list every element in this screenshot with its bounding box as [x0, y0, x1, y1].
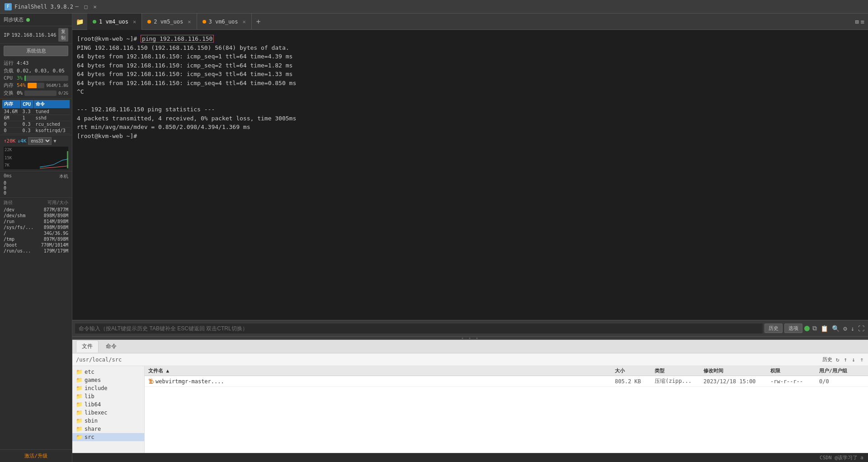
new-tab-button[interactable]: +: [252, 17, 265, 26]
tab-bar: 📁 1 vm4_uos ✕ 2 vm5_uos ✕ 3 vm6_uos ✕ + …: [72, 14, 868, 30]
proc-mem: 34.6M: [2, 109, 21, 115]
terminal-line-3: 64 bytes from 192.168.116.150: icmp_seq=…: [77, 61, 863, 70]
file-size-webvirtmgr: 805.2 KB: [615, 378, 651, 385]
app-icon: F: [5, 3, 12, 10]
sync-label: 同步状态: [4, 16, 24, 23]
network-graph-svg: [4, 147, 68, 169]
file-upload-icon2[interactable]: ⇑: [859, 355, 864, 364]
file-name-label: webvirtmgr-master....: [156, 378, 224, 385]
file-row-webvirtmgr[interactable]: 🗜 webvirtmgr-master.... 805.2 KB 压缩(zipp…: [145, 376, 868, 387]
status-bar: CSDN @该学习了 a: [72, 453, 868, 462]
file-list: 文件名 ▲ 大小 类型 修改时间 权限 用户/用户组 🗜 webvirtmgr-…: [145, 366, 868, 453]
proc-mem: 6M: [2, 115, 21, 121]
ip-label: IP: [4, 32, 9, 38]
terminal-line-blank: [77, 96, 863, 105]
swap-value: 0%: [17, 90, 23, 96]
search-icon[interactable]: 🔍: [831, 324, 840, 333]
load-value: 0.02, 0.03, 0.05: [17, 68, 65, 74]
load-row: 负载 0.02, 0.03, 0.05: [4, 67, 68, 74]
net-download-label: ↓4K: [18, 138, 27, 144]
file-tab-commands[interactable]: 命令: [100, 341, 122, 352]
file-upload-icon[interactable]: ↑: [843, 355, 849, 364]
tree-item-include[interactable]: 📁 include: [72, 384, 144, 392]
folder-src-icon: 📁: [76, 434, 83, 440]
tree-item-games[interactable]: 📁 games: [72, 376, 144, 384]
copy-icon[interactable]: ⧉: [811, 324, 818, 333]
terminal-command: ping 192.168.116.150: [141, 35, 214, 43]
terminal-prompt: [root@kvm-web ~]#: [77, 35, 141, 42]
terminal-line-4: 64 bytes from 192.168.116.150: icmp_seq=…: [77, 70, 863, 79]
tree-item-etc[interactable]: 📁 etc: [72, 368, 144, 376]
proc-cmd: ksoftirqd/3: [34, 128, 70, 134]
file-refresh-icon[interactable]: ↻: [835, 355, 840, 364]
terminal-line-1: PING 192.168.116.150 (192.168.116.150) 5…: [77, 43, 863, 52]
tree-item-libexec[interactable]: 📁 libexec: [72, 409, 144, 417]
copy-ip-button[interactable]: 复制: [58, 28, 68, 42]
disk-row-runus: /run/us...179M/179M: [4, 248, 68, 254]
zip-file-icon: 🗜: [148, 378, 154, 385]
tab-vm5[interactable]: 2 vm5_uos ✕: [142, 14, 197, 30]
upgrade-button[interactable]: 激活/升级: [0, 449, 72, 462]
paste-icon[interactable]: 📋: [820, 324, 829, 333]
tree-label-sbin: sbin: [85, 418, 98, 424]
maximize-button[interactable]: □: [82, 3, 90, 10]
file-download-icon2[interactable]: ↓: [851, 355, 856, 364]
proc-cpu: 0.3: [21, 121, 34, 128]
proc-cpu: 0.3: [21, 128, 34, 134]
minimize-button[interactable]: ─: [73, 3, 80, 10]
proc-mem: 0: [2, 121, 21, 128]
tree-item-sbin[interactable]: 📁 sbin: [72, 417, 144, 425]
tab-vm4[interactable]: 1 vm4_uos ✕: [87, 14, 142, 30]
cpu-bar: [24, 76, 68, 81]
tree-label-share: share: [85, 426, 101, 432]
latency-label: 0ms: [4, 173, 12, 180]
graph-label-7k: 7K: [5, 163, 9, 167]
settings-icon[interactable]: ⚙: [842, 324, 848, 333]
disk-row-run: /run814M/898M: [4, 219, 68, 224]
ip-address: 192.168.116.146: [11, 32, 56, 38]
process-table: 内存 CPU 命令 34.6M3.3tuned6M1sshd00.3rcu_sc…: [2, 100, 70, 134]
sys-info-button[interactable]: 系统信息: [4, 46, 68, 56]
close-button[interactable]: ✕: [91, 3, 99, 10]
swap-row: 交换 0% 0/2G: [4, 90, 68, 96]
file-user-webvirtmgr: 0/0: [819, 378, 864, 385]
resize-handle[interactable]: • • •: [72, 336, 868, 340]
tree-item-lib[interactable]: 📁 lib: [72, 392, 144, 400]
file-tab-files[interactable]: 文件: [76, 340, 99, 352]
connection-status-dot: [804, 326, 810, 331]
tab-vm6[interactable]: 3 vm6_uos ✕: [197, 14, 252, 30]
layout-icon[interactable]: ⊞: [855, 18, 859, 25]
folder-include-icon: 📁: [76, 385, 83, 391]
fullscreen-icon[interactable]: ⛶: [857, 324, 865, 333]
tree-label-libexec: libexec: [85, 410, 108, 416]
ip-row: IP 192.168.116.146 复制: [0, 26, 72, 44]
tree-label-etc: etc: [85, 369, 94, 375]
tree-item-lib64[interactable]: 📁 lib64: [72, 400, 144, 409]
terminal-line-final-prompt: [root@kvm-web ~]#: [77, 132, 863, 141]
disk-row-boot: /boot770M/1014M: [4, 242, 68, 248]
disk-row-sysfs: /sys/fs/...898M/898M: [4, 224, 68, 230]
folder-share-icon: 📁: [76, 426, 83, 432]
latency-host: 本机: [59, 173, 68, 180]
download-icon[interactable]: ↓: [850, 324, 855, 333]
header-size: 大小: [615, 367, 651, 374]
tab-close-vm4[interactable]: ✕: [133, 19, 136, 25]
split-icon[interactable]: ≡: [861, 18, 864, 25]
tab-bar-right: ⊞ ≡: [855, 18, 868, 25]
history-button[interactable]: 历史: [764, 324, 783, 333]
net-interface-select[interactable]: ens33: [28, 137, 52, 145]
tab-close-vm5[interactable]: ✕: [188, 19, 191, 25]
terminal-area[interactable]: [root@kvm-web ~]# ping 192.168.116.150 P…: [72, 30, 868, 320]
graph-label-15k: 15K: [5, 156, 12, 160]
load-label: 负载: [4, 67, 15, 74]
tree-item-share[interactable]: 📁 share: [72, 425, 144, 433]
cmd-input[interactable]: [75, 324, 763, 333]
mem-detail: 964M/1.8G: [46, 83, 68, 88]
tree-item-src[interactable]: 📁 src: [72, 433, 144, 441]
file-history-button[interactable]: 历史: [822, 356, 832, 363]
mem-bar: [28, 83, 44, 88]
folder-icon: 📁: [72, 18, 87, 25]
tab-close-vm6[interactable]: ✕: [243, 19, 246, 25]
options-button[interactable]: 选项: [784, 324, 802, 333]
tab-dot-vm5: [147, 20, 151, 24]
